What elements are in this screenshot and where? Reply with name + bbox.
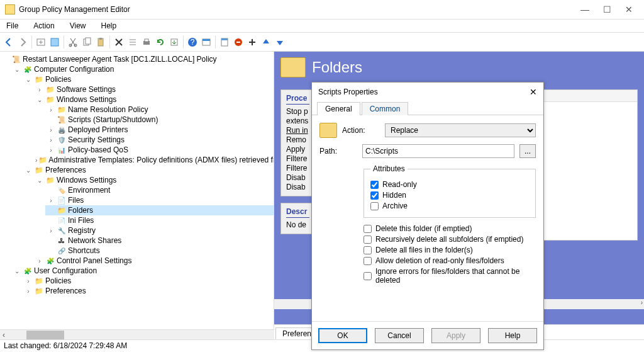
cancel-button[interactable]: Cancel	[375, 328, 424, 343]
archive-checkbox[interactable]	[370, 202, 379, 210]
chart-icon	[57, 145, 67, 154]
add-button[interactable]	[246, 36, 258, 48]
tree-registry[interactable]: Registry	[68, 226, 96, 235]
processing-card: Proce Stop p extens Run in Remo Apply Fi…	[280, 89, 315, 196]
tree-files[interactable]: Files	[68, 196, 84, 205]
print-button[interactable]	[140, 36, 153, 48]
browse-button[interactable]: ...	[519, 144, 536, 158]
tree-ini-files[interactable]: Ini Files	[68, 216, 94, 225]
delete-folder-label: Delete this folder (if emptied)	[375, 224, 472, 233]
properties-button[interactable]	[218, 36, 231, 48]
proc-line: Apply	[286, 145, 309, 154]
tree-policies[interactable]: Policies	[45, 75, 71, 84]
tab-common[interactable]: Common	[362, 102, 409, 115]
app-icon	[5, 4, 15, 14]
move-up-button[interactable]	[260, 36, 272, 48]
window-title: Group Policy Management Editor	[19, 5, 130, 14]
hidden-checkbox[interactable]	[370, 191, 379, 200]
delete-folder-checkbox[interactable]	[364, 225, 372, 233]
big-folder-icon	[280, 57, 306, 77]
tree-admin-templates[interactable]: Administrative Templates: Policy definit…	[48, 156, 274, 164]
tree-windows-settings[interactable]: Windows Settings	[57, 95, 116, 104]
ini-icon	[57, 216, 67, 225]
hidden-label: Hidden	[382, 191, 406, 200]
folder-icon	[34, 287, 44, 295]
tree-user-policies[interactable]: Policies	[45, 276, 71, 285]
ok-button[interactable]: OK	[318, 328, 367, 343]
folders-title: Folders	[312, 59, 362, 76]
svg-rect-3	[51, 38, 58, 46]
path-input[interactable]	[362, 144, 514, 158]
printer-icon	[57, 125, 67, 134]
folders-header: Folders	[274, 52, 644, 83]
tab-general[interactable]: General	[317, 102, 360, 115]
toolbar: ?	[0, 33, 644, 52]
ignore-errors-checkbox[interactable]	[364, 272, 372, 280]
archive-label: Archive	[382, 202, 408, 210]
show-all-button[interactable]	[48, 36, 61, 48]
forward-button[interactable]	[16, 36, 29, 48]
tree-environment[interactable]: Environment	[68, 186, 110, 195]
move-down-button[interactable]	[274, 36, 286, 48]
menu-help[interactable]: Help	[99, 20, 119, 31]
help-button[interactable]: Help	[488, 328, 537, 343]
export-button[interactable]	[168, 36, 180, 48]
tree-software-settings[interactable]: Software Settings	[57, 85, 116, 94]
tree-preferences[interactable]: Preferences	[45, 166, 86, 174]
description-card: Descr No de	[280, 203, 315, 234]
menu-file[interactable]: File	[4, 20, 21, 31]
tree-deployed-printers[interactable]: Deployed Printers	[68, 125, 128, 134]
tree-security-settings[interactable]: Security Settings	[68, 135, 125, 144]
delete-button[interactable]	[113, 36, 125, 48]
refresh-button[interactable]	[154, 36, 167, 48]
folder-icon	[45, 176, 55, 185]
tree-control-panel[interactable]: Control Panel Settings	[57, 256, 131, 265]
tree-name-resolution[interactable]: Name Resolution Policy	[68, 105, 148, 114]
folder-icon	[57, 105, 67, 114]
new-item-button[interactable]	[35, 36, 47, 48]
allow-deletion-checkbox[interactable]	[364, 257, 372, 265]
tree-scripts[interactable]: Scripts (Startup/Shutdown)	[68, 115, 158, 124]
dialog-close-button[interactable]: ✕	[530, 87, 537, 97]
filter-button[interactable]	[200, 36, 213, 48]
cut-button[interactable]	[67, 36, 79, 48]
list-view-button[interactable]	[126, 36, 139, 48]
svg-rect-7	[86, 38, 91, 44]
folders-icon	[57, 206, 67, 215]
tree-shortcuts[interactable]: Shortcuts	[68, 246, 100, 255]
maximize-button[interactable]: ☐	[603, 4, 611, 14]
svg-point-5	[74, 44, 77, 47]
stop-button[interactable]	[232, 36, 245, 48]
back-button[interactable]	[3, 36, 15, 48]
tree-horizontal-scrollbar[interactable]: ‹	[0, 329, 274, 339]
tree-pane[interactable]: Restart Lansweeper Agent Task [DC1.ZILL.…	[0, 52, 274, 339]
readonly-checkbox[interactable]	[370, 181, 379, 189]
help-icon[interactable]: ?	[186, 36, 199, 48]
policy-icon	[11, 55, 21, 64]
action-select[interactable]: Replace	[385, 123, 536, 137]
attributes-legend: Attributes	[370, 164, 408, 173]
delete-all-checkbox[interactable]	[364, 246, 372, 254]
tree-network-shares[interactable]: Network Shares	[68, 236, 121, 245]
tree-user-preferences[interactable]: Preferences	[45, 287, 86, 295]
tree-folders[interactable]: Folders	[68, 206, 93, 215]
menu-action[interactable]: Action	[31, 20, 57, 31]
tree-root[interactable]: Restart Lansweeper Agent Task [DC1.ZILL.…	[23, 55, 217, 64]
computer-icon	[23, 65, 33, 74]
svg-rect-19	[203, 39, 210, 41]
tree-pref-windows-settings[interactable]: Windows Settings	[57, 176, 116, 185]
close-window-button[interactable]: ✕	[625, 4, 633, 14]
description-head: Descr	[286, 207, 309, 218]
apply-button[interactable]: Apply	[431, 328, 480, 343]
copy-button[interactable]	[80, 36, 93, 48]
tree-computer-config[interactable]: Computer Configuration	[34, 65, 114, 74]
proc-line: Run in	[286, 126, 309, 135]
control-panel-icon	[45, 256, 55, 265]
recursive-delete-checkbox[interactable]	[364, 236, 372, 244]
tree-user-config[interactable]: User Configuration	[34, 266, 97, 275]
menu-view[interactable]: View	[67, 20, 89, 31]
ignore-errors-label: Ignore errors for files/folders that can…	[375, 267, 536, 285]
tree-policy-qos[interactable]: Policy-based QoS	[68, 145, 128, 154]
minimize-button[interactable]: —	[580, 4, 589, 14]
paste-button[interactable]	[94, 36, 107, 48]
